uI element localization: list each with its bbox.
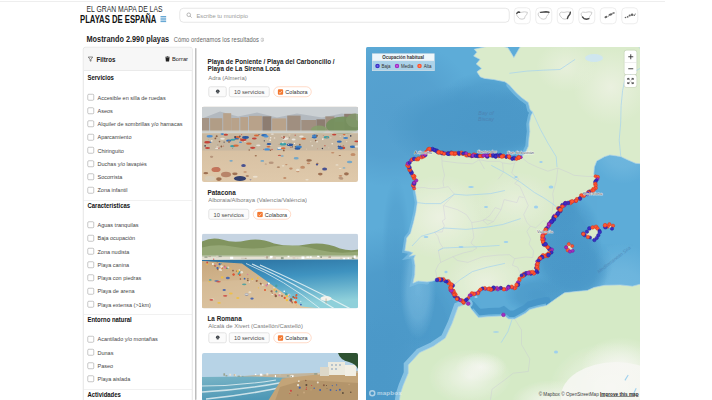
svg-text:Biscay: Biscay (478, 116, 494, 122)
svg-text:Santander: Santander (477, 149, 497, 154)
svg-text:Barcelona: Barcelona (584, 191, 604, 196)
svg-text:San Sebastián: San Sebastián (507, 150, 535, 155)
svg-text:A Coruña: A Coruña (414, 150, 432, 155)
svg-text:Valencia: Valencia (537, 229, 553, 234)
